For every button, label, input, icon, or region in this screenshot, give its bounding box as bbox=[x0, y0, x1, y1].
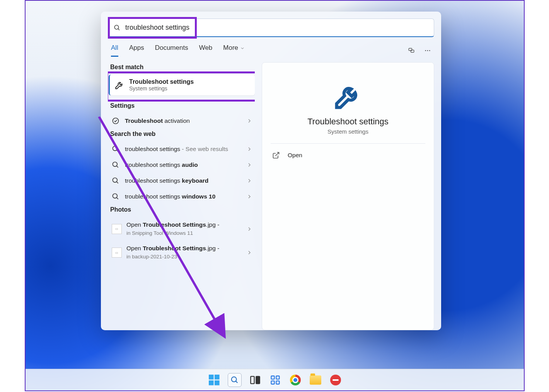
wrench-icon bbox=[333, 81, 363, 111]
svg-point-12 bbox=[113, 178, 118, 183]
taskbar bbox=[26, 369, 524, 390]
svg-point-18 bbox=[231, 377, 236, 382]
search-icon bbox=[230, 376, 239, 384]
file-explorer-button[interactable] bbox=[309, 373, 322, 387]
svg-line-16 bbox=[275, 153, 279, 156]
external-link-icon bbox=[272, 151, 280, 159]
web-result[interactable]: troubleshoot settings - See web results bbox=[109, 141, 255, 157]
tab-web[interactable]: Web bbox=[199, 44, 213, 57]
filter-tabs: All Apps Documents Web More bbox=[111, 44, 431, 57]
red-app-icon bbox=[330, 375, 341, 385]
folder-icon bbox=[310, 375, 321, 385]
best-match-title: Troubleshoot settings bbox=[129, 78, 194, 85]
svg-point-4 bbox=[425, 50, 426, 51]
section-search-web: Search the web bbox=[110, 131, 254, 137]
search-icon bbox=[112, 177, 119, 185]
best-match-subtitle: System settings bbox=[129, 85, 194, 92]
settings-result[interactable]: Troubleshoot activation bbox=[109, 113, 255, 129]
svg-rect-24 bbox=[271, 381, 274, 384]
widgets-button[interactable] bbox=[269, 373, 282, 387]
chevron-right-icon bbox=[246, 249, 252, 256]
web-result[interactable]: troubleshoot settings windows 10 bbox=[109, 189, 255, 205]
svg-line-1 bbox=[118, 29, 119, 30]
svg-point-0 bbox=[114, 25, 119, 29]
task-view-button[interactable] bbox=[249, 373, 262, 387]
svg-rect-23 bbox=[276, 376, 279, 379]
separator bbox=[271, 143, 425, 144]
search-icon bbox=[112, 193, 119, 200]
task-view-icon bbox=[250, 375, 261, 385]
svg-point-10 bbox=[113, 162, 118, 167]
search-icon bbox=[114, 24, 121, 31]
svg-rect-21 bbox=[256, 376, 259, 384]
chevron-right-icon bbox=[246, 193, 252, 200]
detail-subtitle: System settings bbox=[327, 128, 368, 135]
svg-rect-25 bbox=[276, 381, 279, 384]
section-photos: Photos bbox=[110, 206, 254, 213]
wrench-icon bbox=[114, 80, 124, 90]
chrome-icon bbox=[290, 375, 301, 385]
app-button[interactable] bbox=[329, 373, 342, 387]
search-bar[interactable] bbox=[108, 19, 434, 37]
chevron-down-icon bbox=[240, 46, 245, 51]
image-thumb-icon: ▭ bbox=[112, 248, 122, 258]
tab-more[interactable]: More bbox=[223, 44, 244, 57]
taskbar-search-button[interactable] bbox=[228, 373, 242, 387]
chrome-button[interactable] bbox=[289, 373, 302, 387]
photo-result[interactable]: ▭ Open Troubleshoot Settings.jpg -in Sni… bbox=[109, 217, 255, 241]
tab-apps[interactable]: Apps bbox=[129, 44, 144, 57]
svg-rect-20 bbox=[251, 376, 254, 384]
detail-title: Troubleshoot settings bbox=[307, 117, 389, 127]
open-label: Open bbox=[288, 152, 302, 159]
photo-result[interactable]: ▭ Open Troubleshoot Settings.jpg -in bac… bbox=[109, 241, 255, 265]
svg-point-7 bbox=[113, 118, 119, 124]
svg-point-14 bbox=[113, 194, 118, 199]
svg-point-8 bbox=[113, 146, 118, 151]
widgets-icon bbox=[270, 375, 281, 385]
start-search-panel: All Apps Documents Web More Best match T… bbox=[101, 12, 441, 330]
svg-point-6 bbox=[429, 50, 430, 51]
chevron-right-icon bbox=[246, 118, 252, 124]
tab-documents[interactable]: Documents bbox=[155, 44, 188, 57]
chevron-right-icon bbox=[246, 146, 252, 152]
start-button[interactable] bbox=[208, 373, 221, 387]
ellipsis-icon[interactable] bbox=[424, 47, 431, 54]
svg-line-11 bbox=[117, 166, 118, 168]
detail-pane: Troubleshoot settings System settings Op… bbox=[262, 62, 434, 330]
chevron-right-icon bbox=[246, 178, 252, 184]
checkmark-circle-icon bbox=[112, 117, 119, 125]
chevron-right-icon bbox=[246, 226, 252, 232]
section-settings: Settings bbox=[110, 102, 254, 109]
image-thumb-icon: ▭ bbox=[112, 224, 122, 234]
search-icon bbox=[112, 161, 119, 169]
results-column: Best match Troubleshoot settings System … bbox=[108, 62, 255, 330]
best-match-result[interactable]: Troubleshoot settings System settings bbox=[109, 75, 255, 95]
open-action[interactable]: Open bbox=[271, 148, 425, 163]
web-result[interactable]: troubleshoot settings keyboard bbox=[109, 173, 255, 189]
svg-point-5 bbox=[427, 50, 428, 51]
svg-line-9 bbox=[117, 150, 118, 152]
svg-rect-22 bbox=[271, 376, 274, 379]
chevron-right-icon bbox=[246, 162, 252, 168]
tab-all[interactable]: All bbox=[111, 44, 118, 57]
search-icon bbox=[112, 145, 119, 153]
web-result[interactable]: troubleshoot settings audio bbox=[109, 157, 255, 173]
svg-line-13 bbox=[117, 182, 118, 183]
chat-icon[interactable] bbox=[408, 47, 415, 54]
svg-line-19 bbox=[235, 381, 237, 383]
search-input[interactable] bbox=[125, 24, 428, 32]
svg-line-15 bbox=[117, 198, 118, 199]
section-best-match: Best match bbox=[110, 64, 254, 71]
